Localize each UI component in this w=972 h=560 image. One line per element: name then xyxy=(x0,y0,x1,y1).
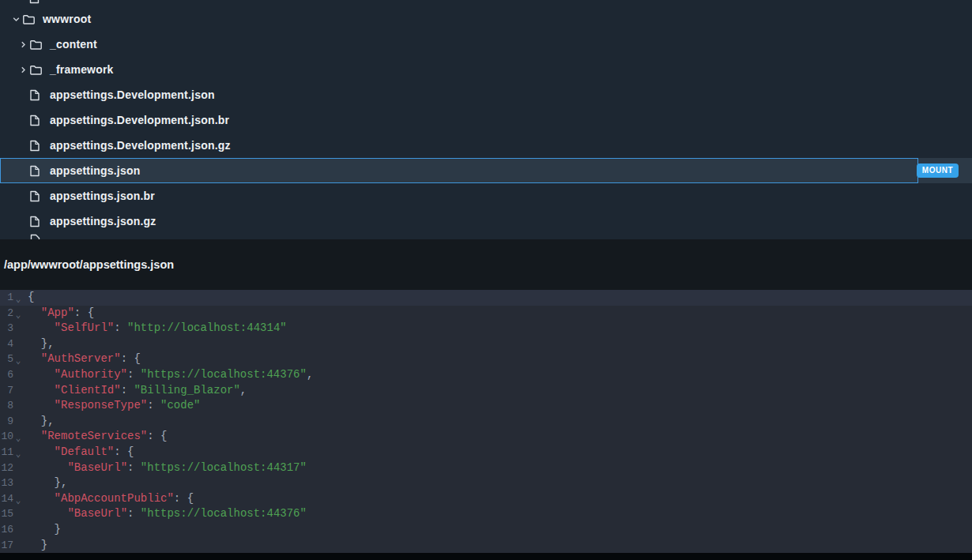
line-number: 15 xyxy=(0,506,13,522)
code-text: }, xyxy=(28,414,55,430)
chevron-slot xyxy=(17,164,30,177)
tree-item-label: _framework xyxy=(50,63,114,76)
code-text: }, xyxy=(28,336,55,352)
code-text: "AbpAccountPublic": { xyxy=(28,491,194,507)
code-line: 3 ⌄ "SelfUrl": "http://localhost:44314" xyxy=(0,321,972,336)
code-text: "ClientId": "Billing_Blazor", xyxy=(28,383,247,399)
json-string: "https://localhost:44376" xyxy=(141,507,307,520)
code-text: "Default": { xyxy=(28,445,134,460)
tree-item-label: appsettings.Development.json xyxy=(50,88,215,101)
code-line: 13 ⌄ }, xyxy=(0,475,972,491)
code-text: "SelfUrl": "http://localhost:44314" xyxy=(28,321,287,336)
tree-item-label: wwwroot xyxy=(43,13,91,25)
tree-item-appsettings.Development.json.br[interactable]: appsettings.Development.json.br xyxy=(0,107,972,133)
json-punct: }, xyxy=(41,337,55,350)
tree-item-appsettings.json[interactable]: appsettings.json MOUNT xyxy=(0,158,972,183)
tree-item-appsettings.Development.json.gz[interactable]: appsettings.Development.json.gz xyxy=(0,133,972,158)
json-punct: : { xyxy=(174,492,194,505)
tree-item-label: appsettings.Development.json.br xyxy=(50,114,229,126)
fold-chevron-icon[interactable]: ⌄ xyxy=(13,494,23,509)
json-punct: : xyxy=(114,321,127,334)
file-icon xyxy=(30,190,40,202)
json-punct: }, xyxy=(41,415,55,427)
code-line: 9 ⌄ }, xyxy=(0,414,972,430)
line-number: 13 xyxy=(0,475,13,491)
code-line: 16 ⌄ } xyxy=(0,522,972,538)
json-key: "App" xyxy=(41,306,74,319)
line-number: 9 xyxy=(0,414,13,430)
item-icon-slot xyxy=(30,39,43,50)
code-line: 17 ⌄ } xyxy=(0,538,972,554)
bottom-bar xyxy=(0,553,972,560)
line-number: 6 xyxy=(0,367,13,383)
chevron-slot[interactable] xyxy=(17,38,30,51)
json-key: "SelfUrl" xyxy=(55,321,115,334)
code-line: 5 ⌄ "AuthServer": { xyxy=(0,351,972,367)
fold-chevron-icon[interactable]: ⌄ xyxy=(13,447,23,463)
code-line: 12 ⌄ "BaseUrl": "https://localhost:44317… xyxy=(0,460,972,476)
file-icon xyxy=(30,115,40,126)
file-icon xyxy=(30,89,40,101)
json-punct: : { xyxy=(147,430,167,442)
fold-chevron-icon[interactable]: ⌄ xyxy=(13,431,23,447)
json-key: "RemoteServices" xyxy=(41,430,147,442)
mount-badge: MOUNT xyxy=(917,163,959,178)
line-number: 3 xyxy=(0,321,13,336)
code-line: 7 ⌄ "ClientId": "Billing_Blazor", xyxy=(0,383,972,399)
chevron-slot[interactable] xyxy=(17,63,30,76)
code-line: 6 ⌄ "Authority": "https://localhost:4437… xyxy=(0,367,972,383)
item-icon-slot xyxy=(30,140,43,152)
item-icon-slot xyxy=(30,190,43,202)
code-line: 4 ⌄ }, xyxy=(0,336,972,352)
item-icon-slot xyxy=(30,115,43,126)
json-string: "code" xyxy=(160,399,200,412)
json-punct: , xyxy=(307,368,313,381)
tree-item-wwwroot[interactable]: wwwroot xyxy=(0,6,972,32)
code-text: "BaseUrl": "https://localhost:44376" xyxy=(28,506,307,522)
code-text: "App": { xyxy=(28,306,94,321)
container-file-browser: wwwroot _content _framework xyxy=(0,0,972,560)
chevron-slot xyxy=(17,88,30,101)
line-number: 11 xyxy=(0,445,13,460)
json-string: "https://localhost:44376" xyxy=(141,368,307,381)
code-text: { xyxy=(28,290,34,306)
json-string: "https://localhost:44317" xyxy=(141,461,307,474)
json-key: "AbpAccountPublic" xyxy=(55,492,174,505)
code-line: 2 ⌄ "App": { xyxy=(0,306,972,321)
tree-item-appsettings.Development.json[interactable]: appsettings.Development.json xyxy=(0,82,972,107)
json-punct: : { xyxy=(121,352,141,365)
line-number: 16 xyxy=(0,522,13,538)
folder-icon xyxy=(30,65,42,75)
tree-item-appsettings.json.gz[interactable]: appsettings.json.gz xyxy=(0,209,972,234)
json-key: "Default" xyxy=(55,445,115,458)
json-punct: }, xyxy=(55,476,68,489)
json-punct: : xyxy=(127,461,141,474)
code-line: 1 ⌄ { xyxy=(0,290,972,306)
json-key: "ClientId" xyxy=(55,384,121,397)
json-key: "ResponseType" xyxy=(55,399,148,412)
chevron-slot xyxy=(17,139,30,152)
tree-item-label: appsettings.Development.json.gz xyxy=(50,139,231,152)
fold-chevron-icon[interactable]: ⌄ xyxy=(13,354,23,370)
tree-item-label: appsettings.json.gz xyxy=(50,215,156,227)
item-icon-slot xyxy=(30,65,43,75)
json-string: "http://localhost:44314" xyxy=(127,321,287,334)
code-text: "ResponseType": "code" xyxy=(28,398,200,414)
chevron-down-icon xyxy=(12,15,21,24)
fold-chevron-icon[interactable]: ⌄ xyxy=(13,292,23,308)
item-icon-slot xyxy=(30,89,43,101)
tree-item-_content[interactable]: _content xyxy=(0,32,972,57)
json-string: "Billing_Blazor" xyxy=(134,384,239,397)
code-text: "RemoteServices": { xyxy=(28,429,167,445)
tree-item-_framework[interactable]: _framework xyxy=(0,57,972,82)
code-text: "Authority": "https://localhost:44376", xyxy=(28,367,313,383)
file-path-header: /app/wwwroot/appsettings.json xyxy=(0,239,972,290)
json-punct: : xyxy=(127,507,141,520)
chevron-slot[interactable] xyxy=(9,13,23,25)
tree-item-appsettings.json.br[interactable]: appsettings.json.br xyxy=(0,183,972,209)
file-icon xyxy=(30,165,40,177)
code-line: 10 ⌄ "RemoteServices": { xyxy=(0,429,972,445)
fold-chevron-icon[interactable]: ⌄ xyxy=(13,308,23,324)
tree-item-label: appsettings.json.br xyxy=(50,190,155,202)
json-punct: : xyxy=(127,368,141,381)
